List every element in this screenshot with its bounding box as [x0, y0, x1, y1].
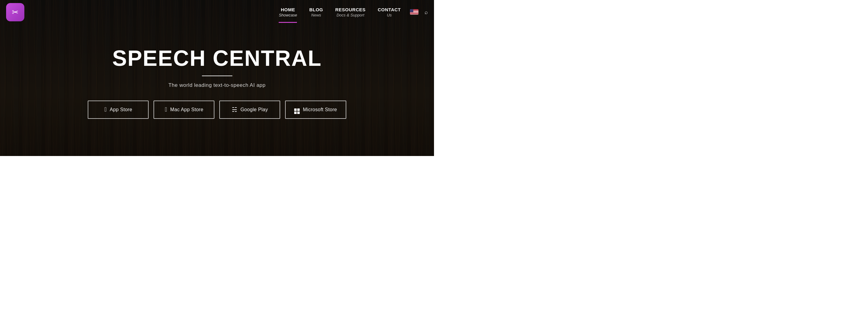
- hero-divider: [202, 75, 232, 76]
- us-flag: [410, 9, 418, 14]
- hero-subtitle: The world leading text-to-speech AI app: [168, 82, 266, 88]
- nav-active-underline: [279, 22, 297, 23]
- search-icon: ⌕: [425, 9, 428, 15]
- logo-symbol: ✂: [12, 8, 19, 17]
- nav-item-contact[interactable]: CONTACT Us: [378, 7, 401, 18]
- nav-item-resources[interactable]: RESOURCES Docs & Support: [335, 7, 366, 18]
- navbar: ✂ HOME Showcase BLOG News RESOURCES Docs…: [0, 0, 434, 24]
- nav-resources-sub: Docs & Support: [335, 13, 366, 18]
- nav-item-home[interactable]: HOME Showcase: [279, 7, 297, 18]
- nav-contact-main: CONTACT: [378, 7, 401, 12]
- search-button[interactable]: ⌕: [425, 9, 428, 15]
- mac-app-store-button[interactable]:  Mac App Store: [154, 100, 214, 119]
- microsoft-store-label: Microsoft Store: [303, 107, 337, 113]
- microsoft-store-button[interactable]: Microsoft Store: [285, 100, 346, 119]
- store-buttons-container:  App Store  Mac App Store ☵ Google Pla…: [88, 100, 346, 119]
- app-store-button[interactable]:  App Store: [88, 100, 149, 119]
- mac-app-store-label: Mac App Store: [170, 107, 204, 113]
- hero-title: SPEECH CENTRAL: [112, 46, 321, 70]
- google-icon: ☵: [232, 106, 237, 113]
- nav-blog-main: BLOG: [309, 7, 323, 12]
- apple-icon: : [104, 106, 107, 113]
- windows-icon: [294, 105, 300, 114]
- nav-contact-sub: Us: [378, 13, 401, 18]
- apple-mac-icon: : [165, 106, 167, 113]
- app-store-label: App Store: [110, 107, 132, 113]
- logo-wrapper[interactable]: ✂: [6, 3, 24, 21]
- nav-blog-sub: News: [309, 13, 323, 18]
- windows-grid-icon: [294, 108, 300, 114]
- google-play-label: Google Play: [240, 107, 268, 113]
- nav-links: HOME Showcase BLOG News RESOURCES Docs &…: [279, 7, 401, 18]
- nav-extras: ⌕: [410, 9, 428, 15]
- nav-resources-main: RESOURCES: [335, 7, 366, 12]
- nav-home-main: HOME: [279, 7, 297, 12]
- google-play-button[interactable]: ☵ Google Play: [219, 100, 280, 119]
- language-flag[interactable]: [410, 9, 418, 15]
- logo-icon[interactable]: ✂: [6, 3, 24, 21]
- nav-home-sub: Showcase: [279, 13, 297, 18]
- nav-item-blog[interactable]: BLOG News: [309, 7, 323, 18]
